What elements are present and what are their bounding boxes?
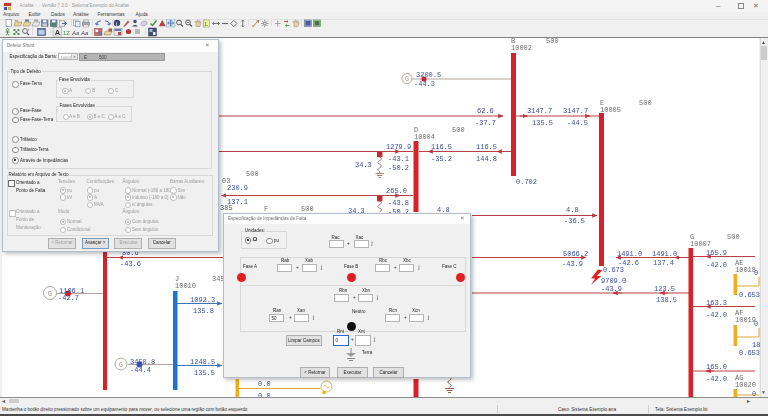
svg-text:62.6: 62.6: [477, 107, 494, 115]
svg-text:10004: 10004: [414, 133, 435, 141]
svg-text:135.8: 135.8: [193, 307, 214, 315]
svg-text:1279.9: 1279.9: [386, 143, 411, 151]
svg-text:116.5: 116.5: [476, 143, 497, 151]
svg-text:-43.9: -43.9: [601, 285, 622, 293]
svg-text:-42.7: -42.7: [58, 294, 79, 302]
svg-text:-42.0: -42.0: [706, 261, 727, 269]
svg-text:-43.1: -43.1: [388, 155, 409, 163]
svg-text:116.5: 116.5: [431, 143, 452, 151]
svg-text:137.4: 137.4: [653, 259, 674, 267]
svg-text:0.653: 0.653: [739, 349, 760, 357]
svg-text:0.702: 0.702: [516, 178, 537, 186]
svg-text:10010: 10010: [175, 282, 196, 290]
svg-text:-42.0: -42.0: [706, 375, 727, 383]
svg-text:0.653: 0.653: [739, 291, 760, 299]
svg-text:123.5: 123.5: [654, 285, 675, 293]
svg-text:-50.2: -50.2: [388, 164, 409, 172]
svg-text:3458.8: 3458.8: [130, 358, 155, 366]
svg-text:3147.7: 3147.7: [563, 107, 588, 115]
svg-text:G: G: [48, 291, 52, 298]
svg-text:135.5: 135.5: [194, 369, 215, 377]
svg-text:-35.2: -35.2: [431, 155, 452, 163]
svg-text:F: F: [264, 205, 268, 213]
svg-text:165.0: 165.0: [706, 363, 727, 371]
svg-text:500: 500: [246, 170, 259, 178]
svg-text:135.5: 135.5: [532, 119, 553, 127]
svg-text:3200.5: 3200.5: [416, 71, 441, 79]
svg-text:385: 385: [220, 204, 233, 212]
svg-text:-43.6: -43.6: [120, 260, 141, 268]
svg-text:-43.9: -43.9: [562, 260, 583, 268]
svg-text:-37.7: -37.7: [475, 119, 496, 127]
svg-text:265.0: 265.0: [386, 187, 407, 195]
svg-text:500: 500: [546, 37, 559, 45]
svg-text:163.3: 163.3: [706, 299, 727, 307]
svg-text:-44.4: -44.4: [130, 366, 151, 374]
svg-text:10002: 10002: [511, 44, 532, 52]
svg-text:10007: 10007: [690, 240, 711, 248]
svg-text:-44.5: -44.5: [567, 119, 588, 127]
svg-text:03: 03: [222, 177, 230, 185]
svg-text:165.9: 165.9: [706, 249, 727, 257]
svg-text:500: 500: [452, 126, 465, 134]
svg-text:G: G: [119, 362, 123, 369]
svg-text:1491.0: 1491.0: [652, 250, 677, 258]
svg-text:-44.3: -44.3: [414, 80, 435, 88]
svg-text:4.8: 4.8: [566, 206, 579, 214]
svg-text:500: 500: [301, 205, 314, 213]
svg-text:G: G: [405, 76, 409, 83]
svg-text:500: 500: [727, 233, 740, 241]
svg-text:1491.0: 1491.0: [617, 250, 642, 258]
svg-text:500: 500: [639, 99, 652, 107]
svg-text:9709.0: 9709.0: [601, 277, 626, 285]
svg-text:-43.8: -43.8: [388, 199, 409, 207]
svg-text:10018: 10018: [735, 266, 756, 274]
svg-text:1248.5: 1248.5: [190, 358, 215, 366]
svg-text:-42.0: -42.0: [706, 311, 727, 319]
svg-text:5066.2: 5066.2: [563, 250, 588, 258]
svg-text:0.0: 0.0: [258, 380, 271, 388]
svg-text:3147.7: 3147.7: [527, 107, 552, 115]
svg-text:-36.5: -36.5: [564, 217, 585, 225]
svg-text:10020: 10020: [735, 381, 756, 389]
svg-text:10019: 10019: [735, 316, 756, 324]
svg-text:34.3: 34.3: [355, 161, 372, 169]
svg-text:138.5: 138.5: [656, 296, 677, 304]
svg-text:144.8: 144.8: [476, 155, 497, 163]
svg-text:1092.3: 1092.3: [190, 296, 215, 304]
svg-text:10005: 10005: [600, 106, 621, 114]
svg-text:0.673: 0.673: [603, 266, 624, 274]
